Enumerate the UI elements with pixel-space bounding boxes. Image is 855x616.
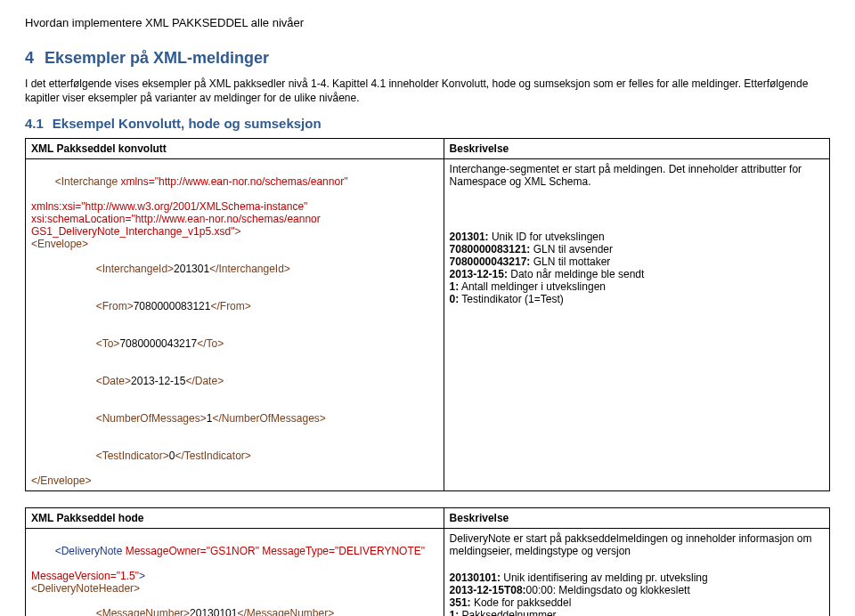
desc-text: 20130101: Unik identifisering av melding…: [450, 571, 824, 584]
intro-paragraph: I det etterfølgende vises eksempler på X…: [25, 77, 830, 105]
xml-tag: </InterchangeId>: [209, 263, 290, 275]
xml-tag: <To>: [96, 337, 120, 350]
xml-tag: >: [234, 225, 240, 238]
xml-value: 201301: [174, 263, 209, 275]
xml-tag: </NumberOfMessages>: [212, 412, 325, 425]
running-header: Hvordan implementere XML PAKKSEDDEL alle…: [25, 16, 830, 29]
table-header-left: XML Pakkseddel konvolutt: [26, 139, 444, 159]
section-number: 4: [25, 49, 34, 67]
desc-text: Interchange-segmentet er start på meldin…: [450, 163, 824, 188]
xml-value: 2013-12-15: [131, 375, 185, 387]
subsection-title: Eksempel Konvolutt, hode og sumseksjon: [53, 116, 322, 131]
desc-text: 2013-12-15: Dato når meldinge ble sendt: [450, 268, 824, 280]
xml-tag: <DeliveryNoteHeader>: [31, 582, 140, 595]
desc-text: 201301: Unik ID for utvekslingen: [450, 231, 824, 243]
desc-cell: DeliveryNote er start på pakkseddelmeldi…: [444, 529, 829, 616]
xml-cell: <DeliveryNote MessageOwner="GS1NOR" Mess…: [26, 529, 444, 616]
xml-attr: GS1_DeliveryNote_Interchange_v1p5.xsd": [31, 225, 234, 238]
desc-text: DeliveryNote er start på pakkseddelmeldi…: [450, 532, 824, 557]
xml-attr: MessageVersion="1.5": [31, 570, 139, 582]
xml-table-hode: XML Pakkseddel hode Beskrivelse <Deliver…: [25, 507, 830, 616]
xml-attr: xmlns="http://www.ean-nor.no/schemas/ean…: [120, 175, 347, 188]
xml-tag: <InterchangeId>: [96, 263, 174, 275]
table-header-right: Beskrivelse: [444, 139, 829, 159]
xml-cell: <Interchange xmlns="http://www.ean-nor.n…: [26, 159, 444, 491]
xml-tag: </MessageNumber>: [237, 607, 334, 616]
xml-tag: >: [139, 570, 145, 582]
xml-tag: <Interchange: [55, 175, 121, 188]
desc-text: 0: Testindikator (1=Test): [450, 293, 824, 305]
xml-tag: <Envelope>: [31, 238, 88, 250]
xml-attr: xmlns:xsi="http://www.w3.org/2001/XMLSch…: [31, 200, 307, 213]
xml-table-konvolutt: XML Pakkseddel konvolutt Beskrivelse <In…: [25, 138, 830, 491]
xml-tag: </From>: [210, 300, 250, 312]
desc-text: 7080000043217: GLN til mottaker: [450, 255, 824, 268]
xml-tag: <MessageNumber>: [96, 607, 190, 616]
xml-attr: MessageOwner="GS1NOR": [126, 545, 263, 557]
xml-tag: <TestIndicator>: [96, 450, 169, 462]
desc-text: 1: Antall meldinger i utvekslingen: [450, 280, 824, 293]
section-title: Eksempler på XML-meldinger: [45, 49, 269, 67]
xml-tag: <Date>: [96, 375, 131, 387]
subsection-number: 4.1: [25, 116, 44, 131]
desc-text: 7080000083121: GLN til avsender: [450, 243, 824, 255]
desc-text: 2013-12-15T08:00:00: Meldingsdato og klo…: [450, 584, 824, 596]
xml-value: 20130101: [190, 607, 237, 616]
xml-value: 7080000083121: [134, 300, 211, 312]
xml-tag: <From>: [96, 300, 134, 312]
desc-cell: Interchange-segmentet er start på meldin…: [444, 159, 829, 491]
xml-attr: MessageType="DELIVERYNOTE": [262, 545, 425, 557]
desc-text: 1: Pakkseddelnummer: [450, 609, 824, 616]
xml-tag: </Date>: [185, 375, 224, 387]
xml-tag: </Envelope>: [31, 474, 91, 487]
table-header-left: XML Pakkseddel hode: [26, 508, 444, 529]
desc-text: 351: Kode for pakkseddel: [450, 596, 824, 609]
xml-attr: xsi:schemaLocation="http://www.ean-nor.n…: [31, 213, 321, 225]
xml-value: 7080000043217: [119, 337, 197, 350]
xml-tag: <NumberOfMessages>: [96, 412, 207, 425]
xml-tag: </To>: [197, 337, 224, 350]
section-heading: 4Eksempler på XML-meldinger: [25, 49, 830, 68]
subsection-heading: 4.1Eksempel Konvolutt, hode og sumseksjo…: [25, 116, 830, 131]
table-header-right: Beskrivelse: [444, 508, 829, 529]
xml-tag: </TestIndicator>: [175, 450, 250, 462]
xml-tag: <DeliveryNote: [55, 545, 126, 557]
